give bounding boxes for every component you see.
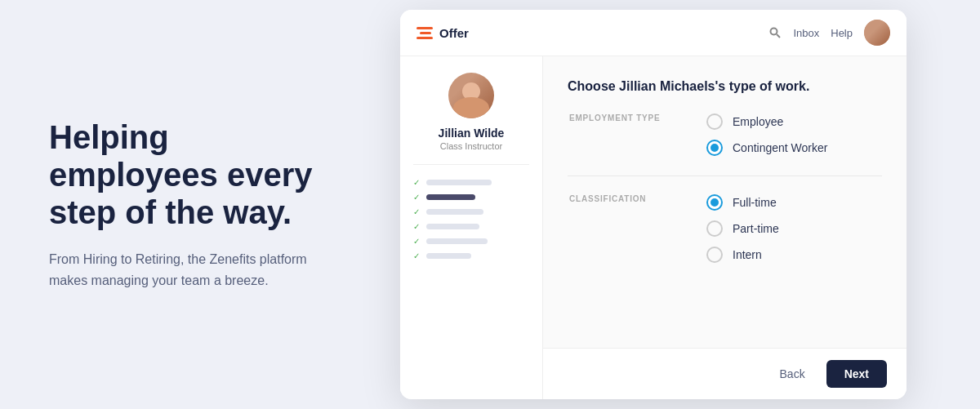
classification-section: CLASSIFICATION Full-time Pa: [568, 194, 882, 263]
svg-line-1: [777, 34, 780, 38]
right-panel: Offer Inbox Help: [376, 10, 931, 399]
app-sidebar: Jillian Wilde Class Instructor ✓ ✓: [400, 56, 543, 399]
radio-circle-fulltime[interactable]: [706, 194, 723, 211]
radio-parttime[interactable]: Part-time: [706, 220, 779, 237]
app-header-right: Inbox Help: [768, 20, 890, 46]
employment-type-label: EMPLOYMENT TYPE: [568, 113, 674, 122]
radio-label-parttime: Part-time: [733, 222, 779, 235]
left-panel: Helping employees every step of the way.…: [49, 118, 327, 291]
profile-role: Class Instructor: [440, 141, 502, 151]
list-item: ✓: [413, 237, 529, 245]
radio-circle-parttime[interactable]: [706, 220, 723, 237]
radio-employee[interactable]: Employee: [706, 113, 827, 130]
check-icon: ✓: [413, 193, 421, 201]
next-button[interactable]: Next: [826, 360, 887, 388]
list-item: ✓: [413, 193, 529, 201]
radio-fulltime[interactable]: Full-time: [706, 194, 779, 211]
help-link[interactable]: Help: [831, 27, 853, 39]
radio-label-intern: Intern: [733, 248, 762, 261]
choose-title: Choose Jillian Michaels's type of work.: [568, 79, 882, 94]
list-item: ✓: [413, 251, 529, 260]
search-icon[interactable]: [768, 26, 782, 39]
check-icon: ✓: [413, 178, 421, 186]
app-main-wrapper: Choose Jillian Michaels's type of work. …: [543, 56, 906, 399]
radio-circle-contingent[interactable]: [706, 140, 723, 156]
radio-intern[interactable]: Intern: [706, 247, 779, 263]
list-item: ✓: [413, 178, 529, 186]
check-icon: ✓: [413, 251, 421, 260]
sidebar-skeleton: ✓ ✓ ✓ ✓: [413, 178, 529, 260]
app-body: Jillian Wilde Class Instructor ✓ ✓: [400, 56, 906, 399]
list-item: ✓: [413, 222, 529, 230]
inbox-link[interactable]: Inbox: [793, 27, 819, 39]
radio-circle-employee[interactable]: [706, 113, 723, 130]
page-wrapper: Helping employees every step of the way.…: [0, 0, 980, 409]
check-icon: ✓: [413, 222, 421, 230]
back-button[interactable]: Back: [768, 361, 817, 387]
check-icon: ✓: [413, 207, 421, 216]
radio-contingent[interactable]: Contingent Worker: [706, 140, 827, 156]
app-header: Offer Inbox Help: [400, 10, 906, 56]
svg-point-0: [771, 29, 777, 35]
list-item: ✓: [413, 207, 529, 216]
radio-label-contingent: Contingent Worker: [733, 141, 827, 154]
logo-icon: [416, 27, 433, 39]
app-logo: Offer: [416, 26, 469, 40]
employment-type-section: EMPLOYMENT TYPE Employee Co: [568, 113, 882, 156]
profile-avatar: [448, 73, 494, 118]
profile-section: Jillian Wilde Class Instructor: [413, 73, 529, 165]
headline: Helping employees every step of the way.: [49, 118, 327, 231]
app-main: Choose Jillian Michaels's type of work. …: [543, 56, 906, 348]
radio-circle-intern[interactable]: [706, 247, 723, 263]
subtext: From Hiring to Retiring, the Zenefits pl…: [49, 249, 327, 291]
app-window: Offer Inbox Help: [400, 10, 906, 399]
check-icon: ✓: [413, 237, 421, 245]
app-title: Offer: [439, 26, 469, 40]
classification-label: CLASSIFICATION: [568, 194, 674, 203]
radio-label-employee: Employee: [733, 115, 783, 128]
user-avatar[interactable]: [864, 20, 890, 46]
radio-label-fulltime: Full-time: [733, 196, 777, 209]
employment-type-options: Employee Contingent Worker: [706, 113, 827, 156]
app-footer: Back Next: [543, 348, 906, 399]
profile-name: Jillian Wilde: [439, 127, 505, 140]
classification-options: Full-time Part-time Intern: [706, 194, 779, 263]
divider: [568, 176, 882, 176]
